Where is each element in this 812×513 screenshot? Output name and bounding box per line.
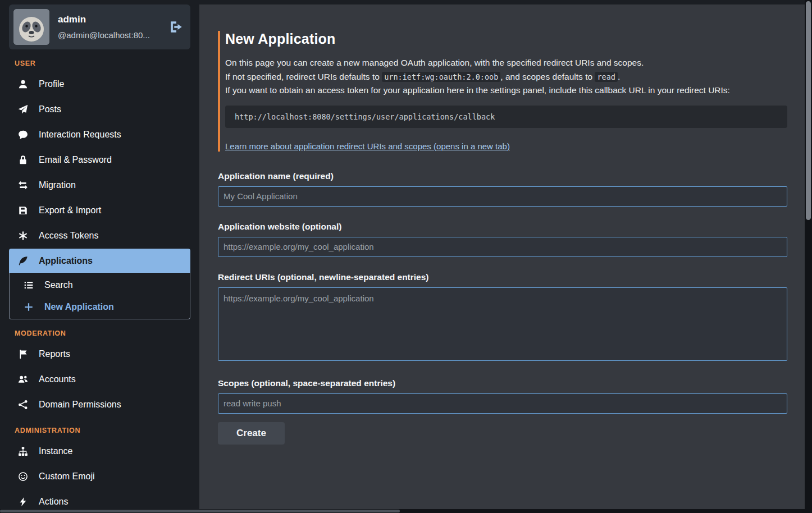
sidebar-item-applications[interactable]: Applications <box>9 249 190 273</box>
sidebar-item-access-tokens[interactable]: Access Tokens <box>9 223 190 248</box>
sidebar-item-export-import[interactable]: Export & Import <box>9 198 190 222</box>
sidebar-item-domain-permissions[interactable]: Domain Permissions <box>9 392 190 416</box>
redirect-uris-textarea[interactable] <box>218 287 787 361</box>
scopes-input[interactable] <box>218 393 787 414</box>
application-website-group: Application website (optional) <box>218 222 787 257</box>
new-application-panel: New Application On this page you can cre… <box>199 4 805 513</box>
user-menu: Profile Posts Interaction Requests Email… <box>9 72 190 319</box>
feather-icon <box>17 255 28 266</box>
sidebar-item-label: Custom Emoji <box>39 471 95 482</box>
sidebar-item-instance[interactable]: Instance <box>9 439 190 463</box>
sidebar-item-custom-emoji[interactable]: Custom Emoji <box>9 464 190 488</box>
share-nodes-icon <box>17 399 28 410</box>
sidebar-item-new-application[interactable]: New Application <box>10 296 190 318</box>
horizontal-scrollbar-thumb[interactable] <box>0 510 400 512</box>
application-website-label: Application website (optional) <box>218 222 787 232</box>
new-application-form: Application name (required) Application … <box>218 171 787 445</box>
avatar <box>13 9 49 45</box>
page-title: New Application <box>225 31 787 47</box>
sidebar-item-label: Interaction Requests <box>39 130 121 140</box>
sidebar-item-label: Search <box>44 280 73 290</box>
section-header-moderation: MODERATION <box>15 329 190 337</box>
bolt-icon <box>17 496 28 507</box>
create-button[interactable]: Create <box>218 422 285 445</box>
application-website-input[interactable] <box>218 237 787 257</box>
sidebar-item-label: Reports <box>39 349 70 359</box>
users-icon <box>17 374 28 384</box>
scopes-group: Scopes (optional, space-separated entrie… <box>218 378 787 414</box>
sidebar-item-label: Applications <box>39 256 93 266</box>
section-header-user: USER <box>15 59 190 67</box>
horizontal-scrollbar <box>0 509 812 513</box>
floppy-disk-icon <box>17 205 28 216</box>
lock-icon <box>17 154 28 165</box>
sidebar-item-applications-search[interactable]: Search <box>10 274 190 296</box>
application-name-input[interactable] <box>218 186 787 207</box>
user-info: admin @admin@localhost:80... <box>58 14 166 40</box>
redirect-uris-group: Redirect URIs (optional, newline-separat… <box>218 272 787 363</box>
callback-url-codeblock: http://localhost:8080/settings/user/appl… <box>225 106 787 128</box>
user-icon <box>17 79 28 89</box>
sidebar-item-label: Access Tokens <box>39 231 98 241</box>
exchange-arrows-icon <box>17 180 28 190</box>
settings-sidebar: admin @admin@localhost:80... USER Profil… <box>0 0 199 513</box>
sidebar-item-reports[interactable]: Reports <box>9 342 190 366</box>
speech-bubble-icon <box>17 129 28 140</box>
section-header-administration: ADMINISTRATION <box>15 427 190 434</box>
application-name-label: Application name (required) <box>218 171 787 181</box>
user-handle: @admin@localhost:80... <box>58 30 166 40</box>
intro-line-2: If not specified, redirect URIs defaults… <box>225 70 787 84</box>
sitemap-icon <box>17 446 28 456</box>
application-name-group: Application name (required) <box>218 171 787 207</box>
plus-icon <box>23 301 34 312</box>
administration-menu: Instance Custom Emoji Actions <box>9 439 190 513</box>
sidebar-item-label: Instance <box>39 446 72 456</box>
sidebar-item-posts[interactable]: Posts <box>9 97 190 121</box>
asterisk-icon <box>17 230 28 241</box>
avatar-image <box>13 9 49 45</box>
list-icon <box>23 280 34 290</box>
sidebar-item-email-password[interactable]: Email & Password <box>9 148 190 172</box>
paper-plane-icon <box>17 104 28 114</box>
flag-icon <box>17 349 28 359</box>
moderation-menu: Reports Accounts Domain Permissions <box>9 342 190 416</box>
user-card: admin @admin@localhost:80... <box>9 4 190 49</box>
sign-out-button[interactable] <box>169 21 184 33</box>
sign-out-icon <box>169 21 184 33</box>
sidebar-item-migration[interactable]: Migration <box>9 173 190 197</box>
intro-line-3: If you want to obtain an access token fo… <box>225 84 787 98</box>
main-area: New Application On this page you can cre… <box>199 0 812 513</box>
learn-more-link[interactable]: Learn more about application redirect UR… <box>225 141 510 151</box>
username: admin <box>58 14 166 25</box>
sidebar-item-label: Actions <box>39 497 68 507</box>
smiley-icon <box>17 471 28 482</box>
vertical-scrollbar <box>805 0 812 513</box>
scopes-label: Scopes (optional, space-separated entrie… <box>218 378 787 388</box>
sidebar-item-label: New Application <box>44 302 114 312</box>
sidebar-item-profile[interactable]: Profile <box>9 72 190 96</box>
vertical-scrollbar-thumb[interactable] <box>806 1 811 220</box>
sidebar-item-accounts[interactable]: Accounts <box>9 367 190 391</box>
sidebar-item-label: Accounts <box>39 374 76 384</box>
intro-block: New Application On this page you can cre… <box>218 31 787 152</box>
sidebar-item-label: Migration <box>39 180 76 190</box>
default-redirect-uri-code: urn:ietf:wg:oauth:2.0:oob <box>382 72 500 82</box>
sidebar-item-label: Domain Permissions <box>39 400 121 410</box>
sidebar-item-label: Export & Import <box>39 205 101 216</box>
sidebar-item-interaction-requests[interactable]: Interaction Requests <box>9 122 190 146</box>
sidebar-item-label: Profile <box>39 79 64 89</box>
default-scope-code: read <box>595 72 618 82</box>
sidebar-item-label: Email & Password <box>39 155 112 165</box>
applications-submenu: Search New Application <box>9 273 190 319</box>
sidebar-item-label: Posts <box>39 104 61 114</box>
intro-line-1: On this page you can create a new manage… <box>225 56 787 70</box>
redirect-uris-label: Redirect URIs (optional, newline-separat… <box>218 272 787 282</box>
